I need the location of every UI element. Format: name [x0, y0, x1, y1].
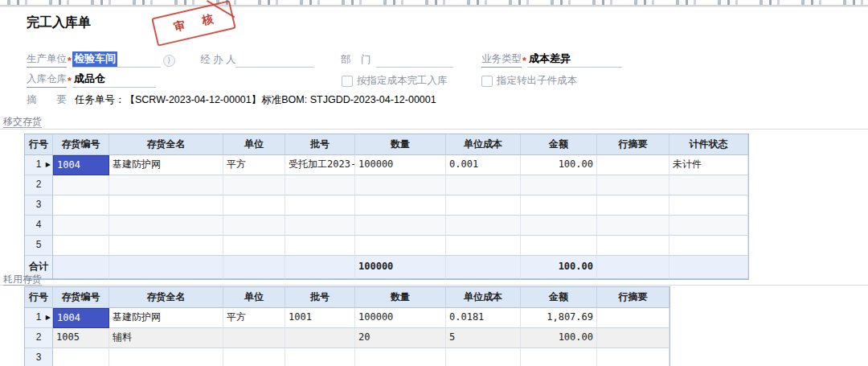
cell[interactable] [223, 195, 285, 216]
cell[interactable] [521, 195, 597, 216]
cell[interactable] [355, 348, 446, 366]
column-header[interactable]: 批号 [285, 287, 355, 308]
column-header[interactable]: 批号 [285, 134, 355, 155]
column-header[interactable]: 单位 [223, 134, 285, 155]
business-type-input[interactable]: 成本差异 [527, 51, 622, 68]
cell[interactable] [285, 216, 355, 236]
row-number-cell[interactable]: 3 [25, 348, 53, 366]
cell[interactable]: 0.001 [446, 155, 521, 175]
column-header[interactable]: 行号 [25, 287, 53, 308]
cell[interactable]: 平方 [223, 155, 285, 175]
column-header[interactable]: 金额 [521, 134, 597, 155]
department-input[interactable] [376, 55, 453, 68]
cell[interactable] [521, 175, 597, 195]
cell[interactable] [285, 328, 355, 348]
cell[interactable] [109, 348, 223, 366]
cell[interactable] [53, 216, 109, 236]
cell[interactable] [597, 175, 669, 195]
row-number-cell[interactable]: 2 [25, 328, 53, 348]
cell[interactable]: 平方 [223, 308, 285, 328]
cell[interactable] [223, 348, 285, 366]
cell[interactable] [446, 195, 521, 216]
summary-value[interactable]: 任务单号：【SCRW-2023-04-12-00001】标准BOM: STJGD… [75, 93, 436, 108]
cell[interactable] [285, 195, 355, 216]
cell[interactable] [597, 236, 669, 256]
row-number-cell[interactable]: 2 [25, 175, 53, 195]
cell[interactable] [223, 175, 285, 195]
cell[interactable]: 1004 [53, 155, 109, 175]
warehouse-label[interactable]: 入库仓库 [27, 72, 67, 88]
column-header[interactable]: 行号 [25, 134, 53, 155]
warehouse-input[interactable]: 成品仓 [72, 72, 156, 88]
column-header[interactable]: 行摘要 [597, 287, 669, 308]
cell[interactable] [669, 216, 748, 236]
cell[interactable] [109, 236, 223, 256]
cell[interactable] [446, 216, 521, 236]
cell[interactable] [521, 216, 597, 236]
cell[interactable] [597, 155, 669, 175]
cell[interactable] [109, 175, 223, 195]
cell[interactable]: 5 [446, 328, 521, 348]
cell[interactable]: 未计件 [669, 155, 748, 175]
business-type-value[interactable]: 成本差异 [527, 51, 572, 67]
cell[interactable] [285, 175, 355, 195]
cell[interactable] [597, 216, 669, 236]
column-header[interactable]: 存货全名 [109, 134, 223, 155]
reference-picker-icon[interactable]: ⟩ [163, 55, 175, 67]
cell[interactable] [521, 348, 597, 366]
cell[interactable]: 1,807.69 [521, 308, 597, 328]
column-header[interactable]: 单位成本 [446, 287, 521, 308]
cell[interactable] [669, 175, 748, 195]
cell[interactable] [223, 216, 285, 236]
cell[interactable] [355, 195, 446, 216]
column-header[interactable]: 单位成本 [446, 134, 521, 155]
cell[interactable]: 100000 [355, 155, 446, 175]
handler-input[interactable] [235, 55, 314, 68]
production-unit-input[interactable]: 检验车间 [72, 51, 161, 68]
cell[interactable]: 基建防护网 [109, 155, 223, 175]
column-header[interactable]: 行摘要 [597, 134, 669, 155]
cell[interactable] [355, 175, 446, 195]
cell[interactable]: 1005 [53, 328, 109, 348]
cell[interactable]: 基建防护网 [109, 308, 223, 328]
row-number-cell[interactable]: 4 [25, 216, 53, 236]
cell[interactable] [669, 195, 748, 216]
cell[interactable] [597, 328, 669, 348]
warehouse-value[interactable]: 成品仓 [72, 72, 107, 87]
cell[interactable]: 辅料 [109, 328, 223, 348]
cell[interactable] [109, 195, 223, 216]
cell[interactable] [355, 216, 446, 236]
column-header[interactable]: 存货全名 [109, 287, 223, 308]
cell[interactable]: 100.00 [521, 328, 597, 348]
cell[interactable] [53, 236, 109, 256]
cell[interactable] [285, 348, 355, 366]
row-number-cell[interactable]: 3 [25, 195, 53, 216]
cell[interactable] [355, 236, 446, 256]
column-header[interactable]: 单位 [223, 287, 285, 308]
cell[interactable] [446, 175, 521, 195]
cell[interactable] [285, 236, 355, 256]
cell[interactable]: 受托加工2023-04-1 [285, 155, 355, 175]
cell[interactable] [597, 195, 669, 216]
cell[interactable]: 0.0181 [446, 308, 521, 328]
column-header[interactable]: 存货编号 [53, 287, 109, 308]
row-number-cell[interactable]: 5 [25, 236, 53, 256]
cell[interactable] [597, 348, 669, 366]
production-unit-value[interactable]: 检验车间 [72, 51, 117, 67]
cell[interactable] [223, 328, 285, 348]
cell[interactable]: 100000 [355, 308, 446, 328]
row-number-cell[interactable]: 1 [25, 308, 53, 328]
business-type-label[interactable]: 业务类型 [481, 52, 522, 68]
cell[interactable]: 1004 [53, 308, 109, 328]
production-unit-label[interactable]: 生产单位 [27, 52, 67, 68]
cell[interactable] [53, 195, 109, 216]
subpart-cost-checkbox[interactable] [481, 76, 493, 87]
column-header[interactable]: 数量 [355, 287, 446, 308]
cell[interactable] [53, 175, 109, 195]
cell[interactable] [521, 236, 597, 256]
specified-cost-checkbox[interactable] [342, 76, 353, 87]
cell[interactable]: 20 [355, 328, 446, 348]
column-header[interactable]: 数量 [355, 134, 446, 155]
cell[interactable] [597, 308, 669, 328]
cell[interactable] [53, 348, 109, 366]
